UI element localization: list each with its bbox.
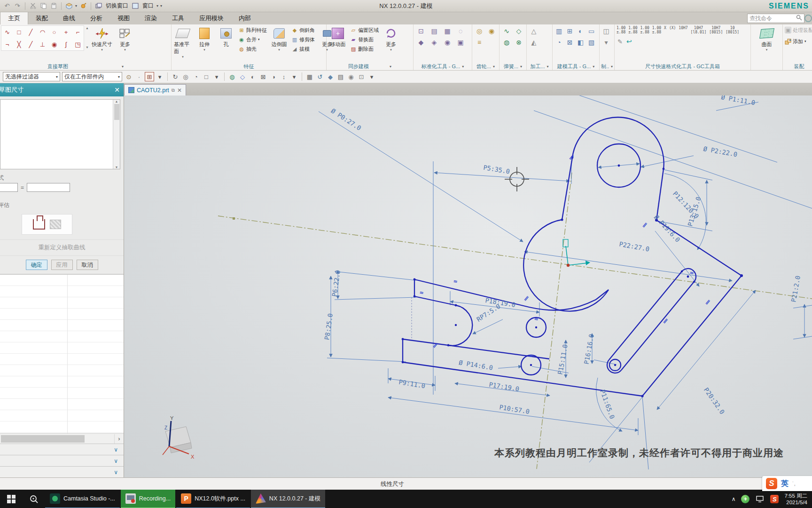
shaded-display-icon[interactable]: ◍ (227, 72, 237, 81)
dimension-label[interactable]: P16:16.0 (583, 333, 595, 365)
dimension-label[interactable]: P20:32.0 (703, 386, 726, 415)
taskbar-clock[interactable]: 7:55 周二 2021/5/4 (784, 492, 807, 506)
sketch-tool-icon-1[interactable]: □ (13, 26, 25, 38)
snap-point-icon[interactable]: ∙ (134, 72, 144, 81)
tolerance-format-icon-0[interactable]: 1.00±.88 (616, 25, 626, 35)
dimension-label[interactable]: P11:65.0 (599, 389, 616, 420)
dimension-name-field[interactable] (0, 183, 18, 192)
select-dropdown-icon[interactable]: ▾ (212, 72, 221, 81)
pattern-feature-button[interactable]: ⊞阵列特征 (237, 25, 268, 35)
tolerance-format-icon-7[interactable]: 10H7[l8.01] (690, 25, 708, 35)
qat-overflow-icon[interactable]: ▾ (160, 4, 162, 8)
group-label-standard-tools[interactable]: 标准化工具 - G...▾ (414, 63, 471, 70)
find-command-box[interactable]: 查找命令 (747, 14, 804, 23)
tray-expand-icon[interactable]: ∧ (732, 496, 736, 502)
sphere-icon[interactable]: ◉ (346, 72, 356, 81)
window-label[interactable]: 窗口 (142, 2, 154, 10)
render-style-icon[interactable]: ◆ (326, 72, 335, 81)
taskbar-item-ppt[interactable]: PNX12.0软件.pptx ... (176, 490, 250, 508)
start-button[interactable] (0, 490, 23, 508)
sketch-more-button[interactable]: 更多▾ (115, 25, 135, 53)
icons-model-icon-5[interactable]: ⊠ (567, 39, 573, 46)
move-face-button[interactable]: + 移动面 (328, 25, 348, 49)
ok-button[interactable]: 确定 (26, 260, 47, 270)
dimension-label[interactable]: P15:11.0 (556, 344, 569, 375)
dimension-label[interactable]: P22:27.0 (618, 240, 650, 253)
paste-icon[interactable] (49, 2, 58, 10)
icons-spring-icon-1[interactable]: ◇ (516, 27, 522, 35)
more-dropdown-icon[interactable]: ▾ (367, 72, 376, 81)
cut-icon[interactable] (29, 2, 37, 10)
sketch-tool-icon-10[interactable]: ⊥ (37, 38, 48, 50)
ribbon-tab-6[interactable]: 工具 (164, 12, 192, 24)
ribbon-tab-8[interactable]: 内部 (231, 12, 258, 24)
icons-model-icon-1[interactable]: ⊞ (567, 27, 573, 35)
solid-preview-icon[interactable] (50, 220, 61, 229)
unite-button[interactable]: ◉合并▾ (237, 35, 268, 44)
ribbon-tab-7[interactable]: 应用模块 (192, 12, 231, 24)
sketch-grid-scroll[interactable]: ▲▼ (85, 25, 89, 50)
ribbon-tab-2[interactable]: 曲线 (55, 12, 83, 24)
group-label-gc-toolbox[interactable]: 尺寸快速格式化工具 - GC工具箱 (616, 63, 750, 70)
window-icon[interactable] (131, 2, 140, 10)
taskbar-item-nx[interactable]: NX 12.0.0.27 - 建模 (251, 490, 325, 508)
sketch-tool-icon-0[interactable]: ∿ (1, 26, 13, 38)
sketch-tool-icon-7[interactable]: ¬ (1, 38, 13, 50)
icons-model-icon-3[interactable]: ▭ (588, 27, 594, 35)
dimension-list[interactable]: ▲▼ (0, 99, 120, 169)
group-label-sync[interactable]: 同步建模▾ (328, 63, 412, 70)
zoom-icon[interactable]: ◑ (269, 72, 278, 81)
dimension-label[interactable]: P5:35.0 (483, 164, 510, 175)
format-edit-icon[interactable]: ✎ (617, 38, 623, 45)
ribbon-tab-0[interactable]: 主页 (0, 12, 28, 24)
icons-std-icon-4[interactable]: ◆ (419, 39, 424, 46)
sync-more-button[interactable]: 更多▾ (381, 25, 401, 53)
process-assembly-button[interactable]: ▣ 处理装配 (784, 25, 812, 35)
datum-handle[interactable] (233, 217, 235, 220)
icons-mach-icon-1[interactable]: ◭ (531, 39, 537, 46)
taskbar-item-cam[interactable]: Camtasia Studio -... (45, 490, 120, 508)
dimension-label[interactable]: P6:22.0 (330, 270, 342, 297)
dimension-label[interactable]: P8:25.0 (323, 313, 334, 341)
shell-button[interactable]: ◍抽壳 (237, 44, 268, 54)
group-label-gear[interactable]: 齿轮...▾ (473, 63, 498, 70)
group-label-assembly[interactable]: 装配 (784, 63, 812, 70)
group-label-feature[interactable]: 特征 (172, 63, 325, 70)
dimension-label[interactable]: P10:57.0 (499, 403, 530, 415)
offset-region-button[interactable]: ▱偏置区域 (349, 25, 380, 35)
dimension-value-field[interactable] (27, 183, 70, 192)
sketch-curves[interactable] (403, 117, 742, 396)
document-tab[interactable]: CAOTU2.prt ⧉ ✕ (124, 84, 186, 95)
selection-scope-select[interactable]: 仅在工作部件内▾ (62, 72, 122, 81)
sketch-tool-icon-4[interactable]: ○ (48, 26, 60, 38)
icons-model-icon-0[interactable]: ▥ (556, 27, 562, 35)
help-icon[interactable] (804, 15, 812, 22)
extract-curve-icon[interactable] (33, 219, 45, 230)
tolerance-format-icon-5[interactable]: (X) (668, 25, 677, 31)
tab-close-icon[interactable]: ✕ (177, 87, 182, 94)
scroll-right-icon[interactable]: › (114, 434, 124, 444)
icons-mach-icon-0[interactable]: △ (531, 27, 537, 35)
select-box-icon[interactable]: □ (202, 72, 211, 81)
collapsed-section-3[interactable]: ∨ (0, 466, 124, 477)
chamfer-button[interactable]: ◆倒斜角 (290, 25, 316, 35)
list-scrollbar[interactable]: ▲▼ (113, 100, 120, 169)
tolerance-format-icon-8[interactable]: 10H7[8015] (708, 25, 724, 35)
dimension-label[interactable]: P21:2.0 (789, 275, 802, 303)
icons-misc-icon-0[interactable]: ◫ (603, 27, 609, 35)
replace-face-button[interactable]: ▰替换面 (349, 35, 380, 44)
language-indicator[interactable]: 英 (781, 479, 789, 489)
icons-gear-icon-1[interactable]: ◉ (489, 27, 494, 35)
dimension-label[interactable]: RP7:5.0 (475, 302, 501, 323)
group-label-spring[interactable]: 弹簧...▾ (500, 63, 525, 70)
add-component-button[interactable]: + 添加▾ (784, 37, 807, 46)
parameter-table[interactable] (0, 274, 124, 433)
group-label-modeling-tools[interactable]: 建模工具 - G...▾ (554, 63, 598, 70)
sketch-tool-icon-2[interactable]: ╱ (25, 26, 37, 38)
draft-button[interactable]: ◢拔模 (290, 44, 316, 54)
network-tray-icon[interactable] (755, 495, 765, 503)
tolerance-format-icon-3[interactable]: 1.00±.88 (651, 25, 662, 35)
dimension-label[interactable]: Ø P14:6.0 (458, 358, 493, 371)
layer-icon[interactable]: ▤ (336, 72, 345, 81)
antivirus-tray-icon[interactable]: + (741, 495, 750, 503)
